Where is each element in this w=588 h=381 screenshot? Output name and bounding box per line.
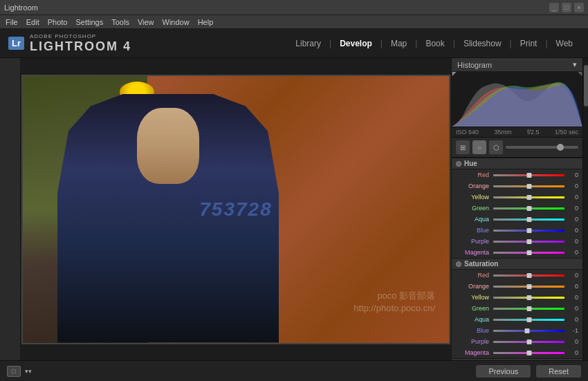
hue-purple-label: Purple <box>456 238 492 245</box>
hue-magenta-value: 0 <box>566 249 578 256</box>
view-mode-icon[interactable]: □ <box>7 366 21 377</box>
hue-green-value: 0 <box>566 205 578 212</box>
histogram-area <box>452 72 582 127</box>
sat-red-value: 0 <box>566 272 578 279</box>
sat-purple-track[interactable] <box>493 341 564 343</box>
hue-blue-row: Blue 0 <box>452 225 582 236</box>
aperture-value: f/2.5 <box>527 129 540 136</box>
close-button[interactable]: × <box>574 3 584 12</box>
sat-magenta-track[interactable] <box>493 352 564 354</box>
sat-yellow-track[interactable] <box>493 297 564 299</box>
sliders-panel[interactable]: Hue Red 0 Orange 0 Yellow <box>452 158 582 360</box>
hue-aqua-label: Aqua <box>456 216 492 223</box>
hue-green-row: Green 0 <box>452 203 582 214</box>
photo-background: 753728 poco 影音部落http://photo.poco.cn/ <box>23 76 449 343</box>
hue-red-track[interactable] <box>493 174 564 176</box>
saturation-section-header[interactable]: Saturation <box>452 258 582 270</box>
sat-aqua-track[interactable] <box>493 319 564 321</box>
iso-value: ISO 640 <box>456 129 479 136</box>
hue-orange-thumb <box>526 184 531 189</box>
hue-aqua-track[interactable] <box>493 219 564 221</box>
hue-yellow-thumb <box>526 195 531 200</box>
hue-blue-track[interactable] <box>493 230 564 232</box>
minimize-button[interactable]: _ <box>549 3 559 12</box>
hue-green-label: Green <box>456 205 492 212</box>
sat-red-track[interactable] <box>493 275 564 277</box>
sat-purple-row: Purple 0 <box>452 336 582 347</box>
hue-magenta-track[interactable] <box>493 252 564 254</box>
adobe-label: ADOBE PHOTOSHOP <box>30 33 131 39</box>
right-scrollbar[interactable] <box>582 58 588 360</box>
hue-purple-thumb <box>526 239 531 244</box>
sat-green-label: Green <box>456 305 492 312</box>
hue-yellow-track[interactable] <box>493 196 564 198</box>
menu-photo[interactable]: Photo <box>48 18 68 26</box>
sat-green-track[interactable] <box>493 308 564 310</box>
sat-green-row: Green 0 <box>452 303 582 314</box>
tab-book[interactable]: Book <box>419 36 451 51</box>
menu-window[interactable]: Window <box>163 18 190 26</box>
histogram-svg <box>452 72 582 127</box>
tab-web[interactable]: Web <box>549 36 580 51</box>
right-panel: Histogram ▾ ISO 640 <box>451 58 582 360</box>
menu-tools[interactable]: Tools <box>111 18 129 26</box>
tab-map[interactable]: Map <box>384 36 414 51</box>
menu-help[interactable]: Help <box>198 18 214 26</box>
hue-purple-value: 0 <box>566 238 578 245</box>
app-title-text: Lightroom <box>4 3 549 12</box>
hue-red-row: Red 0 <box>452 169 582 180</box>
grid-tool-icon[interactable]: ⊞ <box>456 140 470 154</box>
window-controls: _ □ × <box>549 3 584 12</box>
hue-purple-track[interactable] <box>493 241 564 243</box>
sat-blue-thumb <box>525 328 530 333</box>
sat-blue-track[interactable] <box>493 330 564 332</box>
maximize-button[interactable]: □ <box>562 3 571 12</box>
circle-tool-icon[interactable]: ○ <box>472 140 486 154</box>
scrollbar-thumb <box>584 65 588 106</box>
bottom-left: □ ▾▾ <box>7 366 32 377</box>
shutter-value: 1/50 sec <box>555 129 578 136</box>
sat-yellow-label: Yellow <box>456 294 492 301</box>
app-title-block: ADOBE PHOTOSHOP LIGHTROOM 4 <box>30 33 131 54</box>
sat-yellow-thumb <box>526 295 531 300</box>
sat-orange-track[interactable] <box>493 286 564 288</box>
tool-icons: ⊞ ○ ⬡ <box>452 138 582 158</box>
tab-slideshow[interactable]: Slideshow <box>457 36 508 51</box>
menu-edit[interactable]: Edit <box>26 18 39 26</box>
previous-button[interactable]: Previous <box>476 365 531 378</box>
histogram-collapse-icon[interactable]: ▾ <box>573 60 577 69</box>
sat-red-label: Red <box>456 272 492 279</box>
menu-settings[interactable]: Settings <box>75 18 103 26</box>
tool-slider[interactable] <box>506 146 578 149</box>
tool-slider-area <box>506 146 578 149</box>
sat-orange-value: 0 <box>566 283 578 290</box>
sat-aqua-row: Aqua 0 <box>452 314 582 325</box>
hue-red-label: Red <box>456 171 492 178</box>
hue-red-thumb <box>526 173 531 178</box>
sat-orange-row: Orange 0 <box>452 281 582 292</box>
histogram-label: Histogram <box>457 61 492 69</box>
hue-orange-track[interactable] <box>493 185 564 187</box>
focal-value: 35mm <box>495 129 512 136</box>
sat-orange-thumb <box>526 284 531 289</box>
app-header: Lr ADOBE PHOTOSHOP LIGHTROOM 4 Library |… <box>0 29 588 58</box>
face <box>137 108 199 184</box>
hue-green-track[interactable] <box>493 207 564 210</box>
hue-magenta-row: Magenta 0 <box>452 247 582 258</box>
tab-develop[interactable]: Develop <box>333 36 379 51</box>
brush-tool-icon[interactable]: ⬡ <box>489 140 503 154</box>
tab-print[interactable]: Print <box>513 36 544 51</box>
hue-aqua-thumb <box>526 217 531 222</box>
section-dot <box>456 161 461 167</box>
watermark-text: 753728 <box>199 198 272 221</box>
camera-info: ISO 640 35mm f/2.5 1/50 sec <box>452 127 582 138</box>
sat-green-thumb <box>526 306 531 311</box>
hue-orange-value: 0 <box>566 183 578 189</box>
reset-button[interactable]: Reset <box>536 365 581 378</box>
tab-library[interactable]: Library <box>288 36 328 51</box>
menu-view[interactable]: View <box>138 18 154 26</box>
menu-file[interactable]: File <box>6 18 18 26</box>
hue-orange-label: Orange <box>456 183 492 189</box>
hue-section-header[interactable]: Hue <box>452 158 582 169</box>
luminance-section-header[interactable]: Luminance <box>452 358 582 360</box>
